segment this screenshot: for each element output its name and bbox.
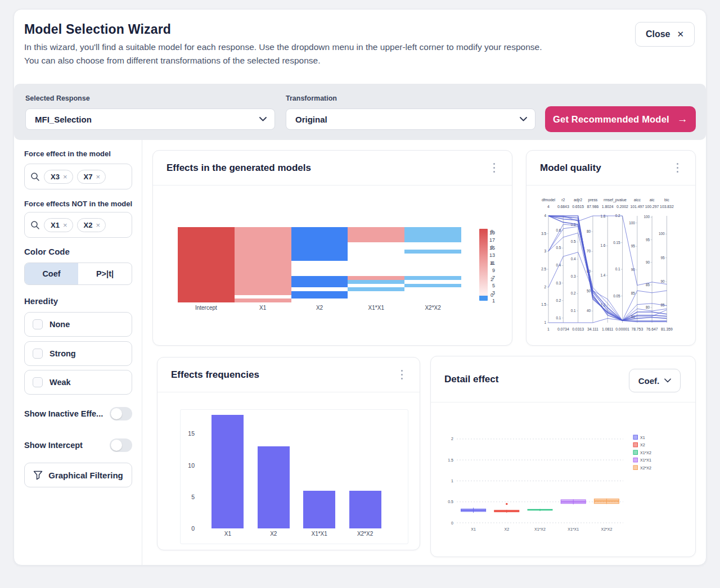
heatmap-cell	[348, 280, 404, 284]
checkbox-icon[interactable]	[33, 319, 43, 329]
show-inactive-effects-row: Show Inactive Effe...	[24, 406, 132, 421]
bar[interactable]	[258, 446, 290, 528]
detail-effect-svg: 00.511.52X1X2X1*X2X1*X1X2*X2X1X2X1*X2X1*…	[438, 422, 688, 543]
heatmap-cell	[291, 246, 348, 250]
search-icon	[30, 220, 40, 230]
heatmap-grid[interactable]	[178, 227, 461, 302]
graphical-filtering-button[interactable]: Graphical Filtering	[24, 463, 132, 487]
kebab-menu-icon[interactable]	[490, 160, 499, 177]
heatmap-y-tick: 17	[489, 237, 495, 243]
selected-response-select[interactable]: MFI_Selection	[25, 108, 275, 130]
model-quality-chart[interactable]: dfmodelr2adjr2pressrmsef_pvalueaiccaicbi…	[530, 196, 693, 337]
detail-effect-metric-dropdown[interactable]: Coef.	[629, 369, 681, 392]
force-in-input[interactable]: X3× X7×	[24, 164, 132, 189]
close-button[interactable]: Close ✕	[635, 22, 695, 47]
transformation-select[interactable]: Original	[286, 108, 536, 130]
legend-label: X2	[640, 443, 645, 447]
panel-title: Effects in the generated models	[166, 162, 311, 174]
show-intercept-switch[interactable]	[110, 438, 132, 452]
heatmap-cell	[235, 295, 291, 299]
axis-top-value: 1.8024	[602, 205, 614, 209]
bar[interactable]	[212, 415, 244, 528]
axis-tick-label: 95	[631, 244, 636, 248]
metric-header-label: bic	[664, 198, 669, 202]
model-quality-panel-header: Model quality	[526, 151, 695, 186]
axis-tick-label: 0.3	[556, 281, 561, 285]
heatmap-cell	[348, 250, 404, 254]
detail-effect-chart[interactable]: 00.511.52X1X2X1*X2X1*X1X2*X2X1X2X1*X2X1*…	[438, 422, 688, 545]
heatmap-cell	[404, 280, 461, 284]
box-y-tick: 0	[451, 521, 453, 525]
heatmap-cell	[404, 295, 461, 299]
heatmap-cell	[348, 227, 404, 231]
heatmap-cell	[178, 238, 235, 242]
axis-tick-label: 70	[587, 249, 591, 253]
effects-frequencies-panel-header: Effects frequencies	[158, 358, 420, 392]
heredity-option-weak[interactable]: Weak	[24, 370, 132, 395]
effects-models-panel: Effects in the generated models 19171513…	[152, 150, 512, 346]
box-y-tick: 2	[451, 437, 453, 441]
heatmap-cell	[235, 250, 291, 254]
chip-remove-icon[interactable]: ×	[63, 173, 68, 181]
control-bar: Selected Response MFI_Selection Transfor…	[14, 84, 706, 140]
heatmap-row	[178, 261, 461, 265]
kebab-menu-icon[interactable]	[398, 367, 407, 383]
chip-remove-icon[interactable]: ×	[96, 173, 100, 181]
axis-tick-label: 4	[544, 214, 546, 218]
metric-header-label: r2	[561, 198, 565, 202]
heatmap-cell	[291, 227, 348, 231]
axis-top-value: 100.297	[645, 205, 659, 209]
force-out-chip-1[interactable]: X2×	[77, 218, 106, 232]
close-button-label: Close	[646, 29, 670, 39]
axis-tick-label: 95	[660, 256, 665, 260]
chip-remove-icon[interactable]: ×	[63, 221, 68, 229]
effects-heatmap-chart[interactable]: 191715131197531InterceptX1X2X1*X1X2*X286…	[165, 223, 495, 319]
axis-tick-label: 90	[660, 279, 665, 283]
checkbox-icon[interactable]	[33, 349, 43, 359]
heredity-option-strong[interactable]: Strong	[24, 341, 132, 366]
get-recommended-model-button[interactable]: Get Recommended Model →	[545, 106, 696, 132]
heatmap-cell	[348, 269, 404, 273]
force-out-input[interactable]: X1× X2×	[24, 212, 132, 238]
checkbox-icon[interactable]	[33, 377, 43, 387]
bar-y-tick: 15	[188, 430, 195, 437]
metric-header-label: rmsef_pvalue	[604, 198, 627, 202]
show-inactive-effects-switch[interactable]	[110, 407, 132, 420]
axis-tick-label: 0.4	[556, 263, 561, 267]
heredity-option-none[interactable]: None	[24, 312, 132, 337]
color-code-option-pt[interactable]: P>|t|	[78, 263, 132, 284]
effects-frequencies-panel: Effects frequencies 051015X1X2X1*X1X2*X2	[157, 357, 420, 550]
heatmap-cell	[291, 254, 348, 257]
heatmap-cell	[404, 261, 461, 265]
model-quality-panel: Model quality dfmodelr2adjr2pressrmsef_p…	[526, 150, 696, 346]
selected-response-value: MFI_Selection	[35, 115, 92, 124]
axis-bottom-value: 34.111	[587, 327, 598, 331]
main-area: Effects in the generated models 19171513…	[142, 140, 706, 565]
box-outlier	[506, 503, 508, 505]
heatmap-cell	[178, 246, 235, 250]
heatmap-cell	[178, 287, 235, 291]
axis-tick-label: 40	[587, 309, 591, 313]
heatmap-cell	[404, 291, 461, 295]
force-in-chip-0[interactable]: X3×	[44, 170, 73, 184]
heatmap-cell	[404, 246, 461, 250]
axis-tick-label: 1.5	[541, 302, 546, 306]
chip-remove-icon[interactable]: ×	[96, 221, 100, 229]
heatmap-row	[178, 287, 461, 291]
heatmap-cell	[348, 265, 404, 269]
heatmap-row	[178, 242, 461, 246]
legend-swatch	[633, 450, 638, 455]
bar[interactable]	[303, 491, 335, 528]
heatmap-cell	[404, 231, 461, 235]
force-in-chip-1[interactable]: X7×	[77, 170, 106, 184]
box-x-tick: X1*X2	[534, 527, 546, 531]
force-out-chip-0[interactable]: X1×	[44, 218, 73, 232]
chip-label: X3	[51, 173, 60, 181]
axis-bottom-value: 0.0313	[572, 327, 584, 331]
color-code-option-coef[interactable]: Coef	[25, 263, 78, 284]
box-x-tick: X2	[505, 527, 510, 531]
axis-tick-label: 0.5	[571, 239, 576, 243]
bar-group[interactable]	[198, 411, 395, 528]
bar[interactable]	[349, 491, 381, 528]
kebab-menu-icon[interactable]	[673, 160, 682, 177]
